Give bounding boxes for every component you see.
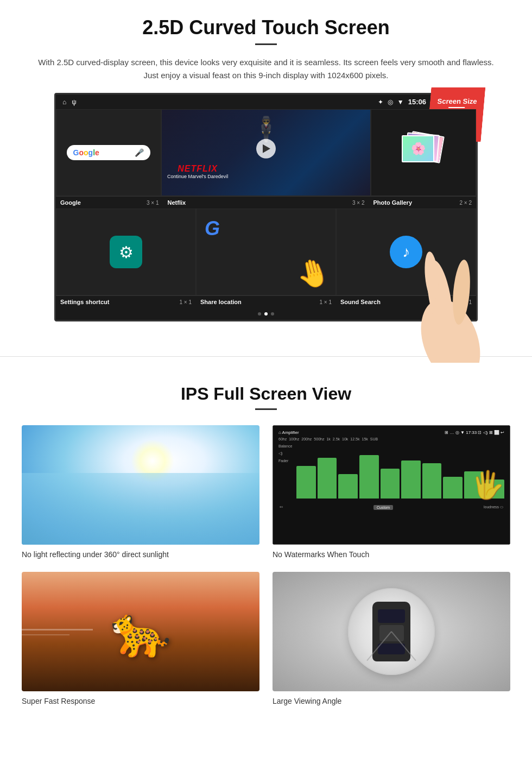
app-bottom-row: ⚙ G 🤚 [56, 209, 476, 295]
amp-time: ⊞ … ◎ ▼ 17:33 ⊡ ◁) ⊠ ⬜ ↩ [445, 430, 504, 435]
eq-bar-6 [401, 460, 421, 499]
section1-description: With 2.5D curved-display screen, this de… [33, 56, 499, 82]
google-size-text: 3 × 1 [147, 200, 159, 206]
sound-size-text: 1 × 1 [459, 299, 472, 305]
settings-icon-bg: ⚙ [110, 236, 142, 268]
gallery-app-label: Photo Gallery 2 × 2 [369, 196, 477, 209]
share-size-text: 1 × 1 [319, 299, 332, 305]
photo-gallery-app-cell[interactable]: 🌸 [371, 109, 476, 196]
gear-icon: ⚙ [119, 243, 134, 262]
music-icon-bg: ♪ [390, 236, 422, 268]
hand-touch-icon: 🖐 [471, 469, 504, 501]
section-ips-screen: IPS Full Screen View No light reflecting… [0, 379, 532, 722]
netflix-logo-overlay: NETFLIX Continue Marvel's Daredevil [167, 164, 228, 179]
eq-bar-5 [381, 469, 400, 499]
sound-label-text: Sound Search [340, 299, 381, 305]
sound-search-app-cell[interactable]: ♪ [336, 209, 476, 295]
dot-2 [264, 312, 268, 316]
app-top-row: Google 🎤 🕴 [56, 109, 476, 196]
section2-divider [255, 408, 277, 410]
home-icon[interactable]: ⌂ [62, 98, 66, 106]
feature-viewing-angle-caption: Large Viewing Angle [273, 697, 510, 705]
feature-fast-response-image: 🐆 [22, 572, 259, 691]
settings-app-cell[interactable]: ⚙ [56, 209, 196, 295]
feature-fast-response-caption: Super Fast Response [22, 697, 259, 705]
amp-home-icon: ⌂ Amplifier [278, 430, 299, 435]
netflix-app-cell[interactable]: 🕴 NETFLIX Continue Marvel's Daredevil [161, 109, 371, 196]
netflix-cell-content: 🕴 NETFLIX Continue Marvel's Daredevil [162, 110, 370, 195]
feature-viewing-angle-image [273, 572, 510, 691]
amplifier-display: ⌂ Amplifier ⊞ … ◎ ▼ 17:33 ⊡ ◁) ⊠ ⬜ ↩ 60h… [273, 425, 510, 545]
badge-label: Screen Size [437, 97, 477, 105]
feature-sunlight-caption: No light reflecting under 360° direct su… [22, 550, 259, 559]
gallery-size-text: 2 × 2 [459, 200, 472, 206]
feature-watermarks-image: ⌂ Amplifier ⊞ … ◎ ▼ 17:33 ⊡ ◁) ⊠ ⬜ ↩ 60h… [273, 425, 510, 545]
share-label-text: Share location [200, 299, 242, 305]
title-divider [255, 43, 277, 45]
page-divider [0, 356, 532, 357]
status-time: 15:06 [408, 98, 426, 106]
dot-1 [258, 312, 261, 316]
netflix-size-text: 3 × 2 [352, 200, 365, 206]
device-wrapper: Screen Size 9" ⌂ ψ ✦ ◎ ▼ 15:06 ⊡ [54, 93, 478, 321]
app-label-row-2: Settings shortcut 1 × 1 Share location 1… [56, 295, 476, 308]
settings-cell-content: ⚙ [56, 209, 195, 295]
amp-header: ⌂ Amplifier ⊞ … ◎ ▼ 17:33 ⊡ ◁) ⊠ ⬜ ↩ [276, 429, 506, 436]
photo-stack: 🌸 [402, 131, 445, 174]
google-cell-content: Google 🎤 [56, 110, 161, 195]
google-label-text: Google [60, 199, 81, 206]
eq-bar-8 [443, 477, 463, 499]
google-search-bar[interactable]: Google 🎤 [67, 145, 151, 160]
location-icon: ◎ [388, 98, 393, 106]
section1-title: 2.5D Curved Touch Screen [33, 16, 499, 39]
share-location-app-cell[interactable]: G 🤚 [196, 209, 336, 295]
netflix-bg: 🕴 NETFLIX Continue Marvel's Daredevil [162, 110, 370, 195]
status-bar: ⌂ ψ ✦ ◎ ▼ 15:06 ⊡ ◁) ⊠ ⬜ [56, 94, 476, 109]
music-note-icon: ♪ [402, 243, 410, 261]
feature-watermarks: ⌂ Amplifier ⊞ … ◎ ▼ 17:33 ⊡ ◁) ⊠ ⬜ ↩ 60h… [273, 425, 510, 559]
motion-blur-2 [22, 634, 69, 635]
netflix-text: NETFLIX [167, 164, 228, 174]
feature-watermarks-caption: No Watermarks When Touch [273, 550, 510, 559]
eq-bar-2 [318, 458, 337, 499]
netflix-subtitle: Continue Marvel's Daredevil [167, 174, 228, 179]
dot-3 [271, 312, 274, 316]
gallery-label-text: Photo Gallery [373, 199, 413, 206]
feature-fast-response: 🐆 Super Fast Response [22, 572, 259, 705]
amp-footer: «‹ Custom loudness ⬭ [276, 503, 506, 512]
amp-custom-btn: Custom [373, 505, 393, 510]
page: 2.5D Curved Touch Screen With 2.5D curve… [0, 0, 532, 722]
play-button[interactable] [256, 139, 276, 159]
play-triangle [263, 144, 270, 153]
bluetooth-icon: ✦ [378, 98, 383, 106]
photo-card-3: 🌸 [402, 135, 434, 162]
section-curved-screen: 2.5D Curved Touch Screen With 2.5D curve… [0, 0, 532, 335]
google-logo: Google [73, 148, 99, 157]
app-label-row-1: Google 3 × 1 Netflix 3 × 2 Photo Gallery… [56, 196, 476, 209]
rear-window [378, 644, 405, 654]
eq-bar-3 [338, 474, 358, 499]
mic-icon[interactable]: 🎤 [135, 148, 144, 157]
amp-loudness: loudness ⬭ [484, 505, 503, 510]
settings-label-text: Settings shortcut [60, 299, 109, 305]
eq-bar-7 [422, 463, 442, 499]
eq-bar-4 [359, 455, 379, 499]
wifi-icon: ▼ [397, 98, 404, 106]
cheetah-emoji: 🐆 [110, 603, 171, 660]
share-cell-content: G 🤚 [197, 209, 335, 295]
pagination-dots [56, 308, 476, 320]
eq-bar-1 [296, 466, 316, 499]
google-app-cell[interactable]: Google 🎤 [56, 109, 161, 196]
gallery-cell-content: 🌸 [371, 110, 476, 195]
sound-app-label: Sound Search 1 × 1 [336, 295, 476, 308]
amp-labels: Balance ◁) Fader [278, 444, 292, 463]
motion-blur-1 [22, 629, 93, 630]
netflix-app-label: Netflix 3 × 2 [163, 196, 369, 209]
settings-app-label: Settings shortcut 1 × 1 [56, 295, 196, 308]
google-app-label: Google 3 × 1 [56, 196, 163, 209]
netflix-label-text: Netflix [168, 199, 186, 206]
settings-size-text: 1 × 1 [179, 299, 192, 305]
badge-divider [448, 107, 465, 108]
feature-sunlight: No light reflecting under 360° direct su… [22, 425, 259, 559]
status-left: ⌂ ψ [62, 98, 77, 106]
